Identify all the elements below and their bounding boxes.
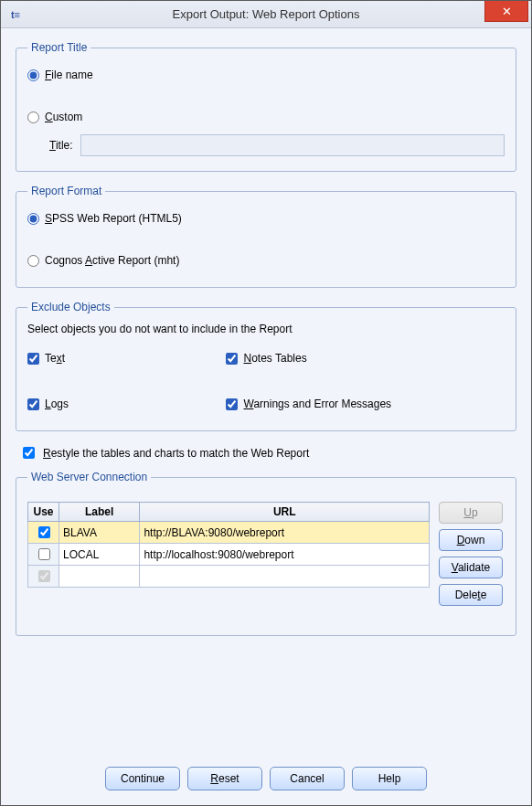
row-url[interactable]: http://BLAVA:9080/webreport (140, 522, 430, 544)
row-url[interactable] (140, 566, 430, 588)
group-web-server-connection: Web Server Connection Use Label URL BLAV (16, 471, 516, 636)
window-title: Export Output: Web Report Options (1, 7, 531, 21)
app-icon: t≡ (8, 7, 23, 22)
exclude-instruction: Select objects you do not want to includ… (27, 323, 505, 335)
check-restyle[interactable] (23, 447, 35, 459)
reset-button[interactable]: Reset (187, 767, 262, 790)
title-input[interactable] (80, 134, 505, 156)
table-row[interactable]: LOCAL http://localhost:9080/webreport (28, 544, 430, 566)
dialog-window: t≡ Export Output: Web Report Options ✕ R… (0, 0, 532, 806)
label-text: Text (45, 352, 65, 365)
row-label[interactable]: BLAVA (59, 522, 140, 544)
label-restyle: Restyle the tables and charts to match t… (43, 447, 309, 460)
radio-spss-html5[interactable] (27, 213, 39, 225)
group-report-format: Report Format SPSS Web Report (HTML5) Co… (16, 185, 516, 288)
close-button[interactable]: ✕ (484, 1, 528, 22)
radio-file-name[interactable] (27, 69, 39, 81)
radio-cognos-mht[interactable] (27, 255, 39, 267)
table-row[interactable]: BLAVA http://BLAVA:9080/webreport (28, 522, 430, 544)
connection-table[interactable]: Use Label URL BLAVA http://BLAVA:9080/we… (27, 502, 430, 588)
down-button[interactable]: Down (439, 529, 503, 551)
delete-button[interactable]: Delete (439, 584, 503, 606)
up-button[interactable]: Up (439, 502, 503, 524)
check-logs[interactable] (27, 398, 39, 410)
radio-custom[interactable] (27, 111, 39, 123)
label-custom: Custom (45, 111, 82, 123)
validate-button[interactable]: Validate (439, 557, 503, 578)
dialog-content: Report Title File name Custom Title: Rep… (1, 28, 531, 756)
legend-report-title: Report Title (27, 41, 90, 54)
check-warnings[interactable] (226, 398, 238, 410)
label-warnings: Warnings and Error Messages (243, 398, 391, 410)
close-icon: ✕ (502, 5, 512, 18)
continue-button[interactable]: Continue (105, 767, 180, 790)
row-url[interactable]: http://localhost:9080/webreport (140, 544, 430, 566)
row-use-checkbox[interactable] (38, 548, 50, 560)
check-notes-tables[interactable] (226, 353, 238, 365)
legend-web-server-connection: Web Server Connection (27, 471, 151, 483)
help-button[interactable]: Help (352, 767, 427, 790)
dialog-footer: Continue Reset Cancel Help (1, 756, 531, 805)
check-text[interactable] (27, 353, 39, 365)
label-file-name: File name (45, 69, 93, 81)
label-logs: Logs (45, 398, 69, 410)
col-url: URL (140, 503, 430, 522)
label-title-field: Title: (49, 139, 73, 152)
label-notes-tables: Notes Tables (243, 352, 306, 365)
group-exclude-objects: Exclude Objects Select objects you do no… (16, 301, 516, 431)
label-cognos-mht: Cognos Active Report (mht) (45, 254, 179, 267)
legend-exclude-objects: Exclude Objects (27, 301, 114, 313)
row-use-checkbox[interactable] (38, 570, 50, 582)
table-row[interactable] (28, 566, 430, 588)
group-report-title: Report Title File name Custom Title: (16, 41, 516, 172)
row-label[interactable] (59, 566, 140, 588)
cancel-button[interactable]: Cancel (270, 767, 345, 790)
titlebar: t≡ Export Output: Web Report Options ✕ (1, 1, 531, 28)
row-use-checkbox[interactable] (38, 526, 50, 538)
col-use: Use (28, 503, 59, 522)
row-label[interactable]: LOCAL (59, 544, 140, 566)
legend-report-format: Report Format (27, 185, 105, 197)
label-spss-html5: SPSS Web Report (HTML5) (45, 212, 182, 225)
col-label: Label (59, 503, 140, 522)
